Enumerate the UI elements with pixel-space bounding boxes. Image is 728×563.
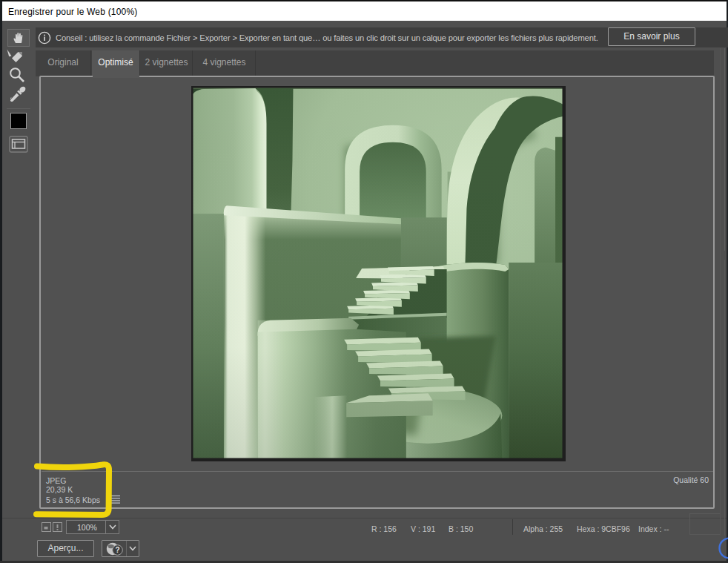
svg-text:?: ? (115, 546, 119, 554)
